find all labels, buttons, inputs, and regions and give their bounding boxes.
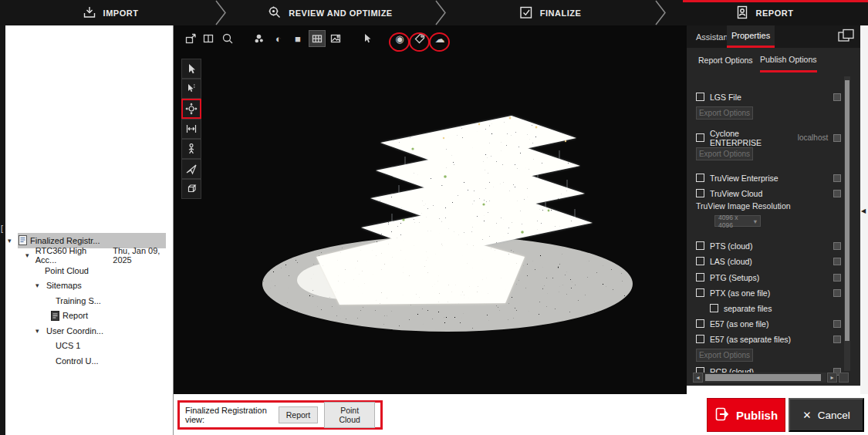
option-row-lgs-file: LGS File bbox=[696, 90, 841, 103]
option-label: TruView Cloud bbox=[710, 189, 762, 198]
export-options-button-3[interactable]: Export Options bbox=[696, 349, 753, 362]
checkbox-cyclone-enterprise[interactable] bbox=[696, 133, 704, 142]
checkbox-lgs-file[interactable] bbox=[696, 93, 704, 101]
subtab-report-options[interactable]: Report Options bbox=[698, 48, 753, 72]
orbit-pan-icon[interactable] bbox=[181, 99, 201, 119]
horizontal-scrollbar-thumb[interactable] bbox=[705, 374, 821, 381]
workflow-chevron-separator bbox=[214, 0, 227, 29]
layout-windows-icon[interactable] bbox=[838, 29, 855, 46]
checkbox-truview-cloud[interactable] bbox=[696, 189, 704, 197]
tree-item-point-cloud[interactable]: Point Cloud bbox=[5, 263, 173, 278]
left-edge-strip: [ bbox=[0, 25, 5, 435]
checkbox-e57-separate-files[interactable] bbox=[696, 335, 704, 343]
tree-expand-icon[interactable]: ▾ bbox=[35, 327, 43, 335]
hscroll-right-arrow[interactable]: ▸ bbox=[827, 373, 837, 383]
option-settings-icon[interactable] bbox=[833, 258, 841, 265]
tab-properties[interactable]: Properties bbox=[727, 25, 775, 48]
checkbox-separate-files[interactable] bbox=[710, 304, 718, 312]
zoom-window-icon[interactable] bbox=[219, 30, 236, 47]
review-optimize-icon bbox=[267, 5, 282, 22]
option-settings-icon[interactable] bbox=[833, 289, 841, 297]
checkbox-e57-one-file[interactable] bbox=[696, 319, 704, 328]
tree-item-control-ucs[interactable]: Control U... bbox=[5, 353, 173, 369]
cancel-button[interactable]: ✕ Cancel bbox=[789, 398, 864, 432]
export-options-button-1[interactable]: Export Options bbox=[696, 106, 753, 120]
tree-item-label: User Coordin... bbox=[46, 326, 103, 336]
option-label: LGS File bbox=[710, 93, 741, 102]
import-icon bbox=[82, 5, 97, 22]
checkbox-las-cloud[interactable] bbox=[696, 257, 704, 265]
tree-expand-icon[interactable]: ▾ bbox=[25, 251, 32, 259]
select-points-icon[interactable] bbox=[181, 79, 201, 99]
report-icon bbox=[735, 5, 750, 22]
point-cloud-viewport[interactable]: ◐ ■ ◉ ☁ bbox=[174, 25, 687, 394]
annotation-view-box: Finalized Registration view: Report Poin… bbox=[177, 400, 383, 430]
pick-cursor-icon[interactable] bbox=[359, 30, 376, 47]
checkbox-pts-cloud[interactable] bbox=[696, 241, 704, 250]
checkbox-ptg-setups[interactable] bbox=[696, 273, 704, 282]
report-view-button[interactable]: Report bbox=[279, 406, 319, 423]
option-settings-icon[interactable] bbox=[833, 93, 841, 101]
axis-cube-icon[interactable] bbox=[181, 179, 201, 199]
checkbox-ptx-one-file[interactable] bbox=[696, 288, 704, 297]
fly-view-icon[interactable] bbox=[181, 159, 201, 179]
workflow-step-report[interactable]: REPORT bbox=[660, 0, 868, 25]
workflow-chevron-separator bbox=[654, 0, 667, 29]
tree-item-label: RTC360 High Acc... bbox=[35, 246, 101, 265]
image-view-icon[interactable] bbox=[327, 30, 344, 47]
option-settings-icon[interactable] bbox=[833, 134, 841, 142]
sphere-view-icon[interactable]: ◐ bbox=[270, 30, 287, 47]
annotation-circle-2 bbox=[409, 32, 430, 52]
viewport-toolbar: ◐ ■ ◉ ☁ bbox=[174, 30, 687, 48]
tree-expand-icon[interactable]: ▾ bbox=[35, 282, 43, 289]
right-panel-collapse-arrow[interactable]: ◀ bbox=[861, 207, 866, 214]
left-panel-collapse-handle[interactable]: [ bbox=[1, 224, 3, 233]
publish-label: Publish bbox=[736, 409, 778, 422]
tree-item-training-sitemap[interactable]: Training S... bbox=[5, 293, 173, 309]
option-row-separate-files: separate files bbox=[710, 302, 841, 315]
bottom-bar: Finalized Registration view: Report Poin… bbox=[174, 394, 868, 435]
split-view-icon[interactable] bbox=[200, 30, 217, 47]
vertical-scrollbar-thumb[interactable] bbox=[845, 80, 849, 341]
measure-icon[interactable] bbox=[181, 119, 201, 139]
workflow-step-import[interactable]: IMPORT bbox=[0, 0, 220, 25]
tree-item-user-coordinates[interactable]: ▾ User Coordin... bbox=[5, 323, 173, 339]
option-row-e57-separate-files: E57 (as separate files) bbox=[696, 332, 841, 346]
option-settings-icon[interactable] bbox=[833, 336, 841, 343]
view-orientation-icon[interactable] bbox=[182, 30, 199, 47]
tab-label: Properties bbox=[731, 31, 770, 40]
tree-item-sitemaps[interactable]: ▾ Sitemaps bbox=[5, 278, 173, 294]
grid-view-icon[interactable] bbox=[309, 30, 326, 47]
option-row-cyclone-enterprise: Cyclone ENTERPRISE localhost bbox=[696, 131, 841, 144]
tree-expand-icon[interactable]: ▾ bbox=[8, 237, 15, 244]
export-options-button-2[interactable]: Export Options bbox=[696, 147, 753, 160]
solid-fill-icon[interactable]: ■ bbox=[289, 30, 306, 47]
option-settings-icon[interactable] bbox=[833, 274, 841, 282]
workflow-step-review[interactable]: REVIEW AND OPTIMIZE bbox=[220, 0, 440, 25]
vertical-scrollbar[interactable] bbox=[844, 76, 850, 371]
option-settings-icon[interactable] bbox=[833, 242, 841, 250]
option-settings-icon[interactable] bbox=[833, 190, 841, 197]
hscroll-left-arrow[interactable]: ◂ bbox=[693, 373, 703, 383]
dropdown-value: 4096 x 4096 bbox=[718, 214, 754, 229]
tree-item-rtc360-bundle[interactable]: ▾ RTC360 High Acc... Thu, Jan 09, 2025 bbox=[5, 248, 173, 264]
workflow-step-label: IMPORT bbox=[103, 8, 139, 18]
truview-resolution-dropdown[interactable]: 4096 x 4096 ▾ bbox=[714, 215, 761, 227]
point-size-icon[interactable] bbox=[251, 30, 268, 47]
workflow-step-finalize[interactable]: FINALIZE bbox=[440, 0, 660, 25]
walk-view-icon[interactable] bbox=[181, 139, 201, 159]
tab-label: Assistant bbox=[696, 32, 731, 42]
scrollbar-corner-box bbox=[839, 373, 849, 383]
tree-item-report[interactable]: Report bbox=[5, 309, 173, 324]
option-settings-icon[interactable] bbox=[833, 174, 841, 182]
option-row-ptg-setups: PTG (Setups) bbox=[696, 271, 841, 284]
horizontal-scrollbar[interactable] bbox=[703, 373, 826, 383]
select-cursor-icon[interactable] bbox=[181, 59, 201, 79]
point-cloud-view-button[interactable]: Point Cloud bbox=[324, 402, 375, 428]
publish-button[interactable]: Publish bbox=[707, 398, 785, 432]
tree-item-ucs1[interactable]: UCS 1 bbox=[5, 339, 173, 354]
subtab-publish-options[interactable]: Publish Options bbox=[760, 48, 817, 72]
option-row-truview-enterprise: TruView Enterprise bbox=[696, 171, 841, 184]
checkbox-truview-enterprise[interactable] bbox=[696, 174, 704, 182]
option-settings-icon[interactable] bbox=[833, 320, 841, 328]
